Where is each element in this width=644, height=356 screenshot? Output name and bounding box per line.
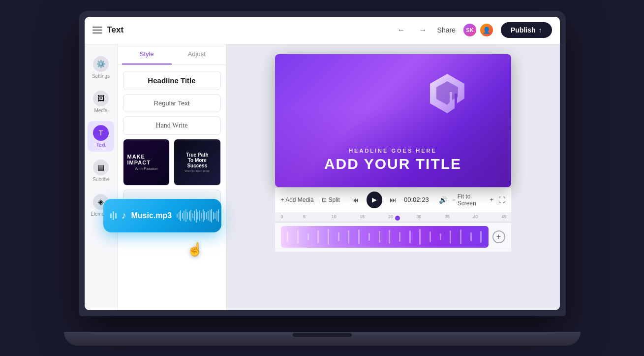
media-icon: 🖼: [93, 91, 109, 106]
sidebar-icons: ⚙️ Settings 🖼 Media T Text ▤ Subtitle: [85, 44, 118, 310]
undo-icon[interactable]: ←: [394, 23, 409, 37]
text-panel: Style Adjust Headline Title Regular Text…: [118, 44, 226, 310]
ruler-5: 5: [303, 214, 306, 219]
canvas-bg-wave: [275, 107, 511, 187]
regular-text-option[interactable]: Regular Text: [123, 94, 221, 112]
ruler-30: 30: [417, 214, 422, 219]
settings-icon: ⚙️: [93, 56, 109, 72]
header-left: Text: [92, 25, 394, 35]
sidebar-item-settings[interactable]: ⚙️ Settings: [88, 52, 114, 83]
timeline-track: +: [275, 222, 511, 252]
add-media-button[interactable]: + Add Media: [281, 196, 314, 203]
app-header: Text ← → Share SK 👤 Publish ↑: [85, 17, 560, 44]
text-templates-grid: MAKE IMPACT With Passion True PathTo Mor…: [123, 139, 221, 186]
volume-icon[interactable]: 🔊: [439, 196, 447, 204]
app-content: ⚙️ Settings 🖼 Media T Text ▤ Subtitle: [85, 44, 560, 310]
redo-icon[interactable]: →: [416, 23, 430, 37]
canvas-logo: [423, 71, 472, 121]
tab-adjust[interactable]: Adjust: [172, 44, 222, 65]
ruler-15: 15: [360, 214, 365, 219]
playhead[interactable]: [395, 216, 400, 221]
text-panel-tabs: Style Adjust: [118, 44, 226, 65]
make-impact-title: MAKE IMPACT: [127, 154, 166, 165]
time-display: 00:02:23: [404, 196, 429, 203]
share-button[interactable]: Share: [437, 26, 456, 34]
sidebar-item-subtitle[interactable]: ▤ Subtitle: [88, 156, 114, 186]
ruler-0: 0: [281, 214, 283, 219]
laptop-base: [64, 332, 581, 346]
track-content[interactable]: [281, 226, 489, 248]
text-icon: T: [93, 125, 109, 141]
ruler-10: 10: [332, 214, 337, 219]
split-button[interactable]: ⊡ Split: [322, 196, 340, 203]
true-path-sub: Want to learn more: [184, 169, 210, 172]
music-waveform: [177, 208, 219, 223]
headline-title-option[interactable]: Headline Title: [123, 71, 221, 90]
canvas-text-area: HEADLINE GOES HERE ADD YOUR TITLE: [275, 148, 511, 172]
music-note-icon: ♪: [122, 210, 126, 221]
fullscreen-icon[interactable]: ⛶: [498, 196, 505, 204]
timeline-controls: + Add Media ⊡ Split ⏮ ▶ ⏭ 00:02:23: [275, 187, 511, 212]
page-title: Text: [107, 25, 124, 35]
template-make-impact[interactable]: MAKE IMPACT With Passion: [123, 139, 170, 186]
laptop-notch: [293, 333, 352, 337]
skip-back-button[interactable]: ⏮: [350, 194, 362, 206]
subtitle-icon: ▤: [93, 160, 109, 175]
true-path-title: True PathTo More Success: [178, 152, 216, 168]
template-true-path[interactable]: True PathTo More Success Want to learn m…: [174, 139, 221, 186]
tab-style[interactable]: Style: [122, 44, 172, 65]
play-button[interactable]: ▶: [367, 192, 382, 208]
fit-to-screen-button[interactable]: − Fit to Screen +: [452, 193, 493, 207]
ruler-45: 45: [501, 214, 506, 219]
sidebar-item-text[interactable]: T Text: [88, 121, 114, 152]
timeline-ruler: 0 5 10 15 20 30 35 40 45: [275, 212, 511, 222]
ruler-20: 20: [388, 214, 393, 219]
skip-forward-button[interactable]: ⏭: [387, 194, 399, 206]
menu-icon[interactable]: [92, 27, 102, 33]
avatar-photo: 👤: [479, 23, 494, 37]
sidebar-item-media[interactable]: 🖼 Media: [88, 87, 114, 117]
canvas-area: HEADLINE GOES HERE ADD YOUR TITLE + Add …: [226, 44, 560, 310]
music-bars-left: [110, 208, 117, 223]
bottom-bar: + Add Media ⊡ Split: [281, 196, 340, 203]
video-canvas[interactable]: HEADLINE GOES HERE ADD YOUR TITLE: [275, 54, 511, 187]
handwrite-option[interactable]: Hand Write: [123, 116, 221, 135]
cursor-hand-icon: ☝: [187, 242, 203, 257]
ruler-35: 35: [445, 214, 450, 219]
make-impact-sub: With Passion: [135, 166, 158, 171]
publish-button[interactable]: Publish ↑: [501, 22, 552, 38]
music-card[interactable]: ♪ Music.mp3: [103, 199, 221, 232]
avatar-initials: SK: [462, 23, 477, 37]
canvas-title: ADD YOUR TITLE: [275, 156, 511, 172]
canvas-headline: HEADLINE GOES HERE: [275, 148, 511, 154]
music-filename: Music.mp3: [131, 211, 172, 220]
ruler-40: 40: [473, 214, 478, 219]
publish-icon: ↑: [539, 26, 542, 34]
track-pattern: [281, 226, 489, 248]
header-right: ← → Share SK 👤 Publish ↑: [394, 22, 552, 38]
avatar-group: SK 👤: [462, 23, 494, 37]
add-track-button[interactable]: +: [492, 230, 505, 243]
